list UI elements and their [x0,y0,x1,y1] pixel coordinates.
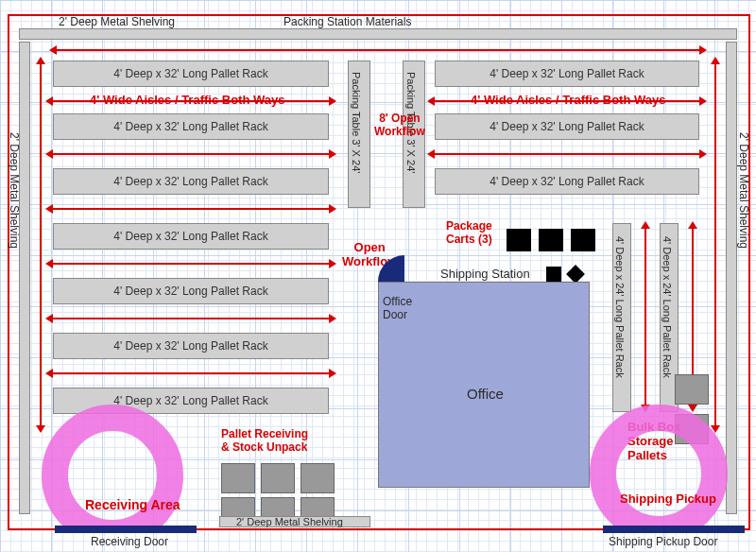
rec-pallet-3 [301,463,335,493]
rack-l3: 4' Deep x 32' Long Pallet Rack [53,168,329,195]
receiving-area: Receiving Area [85,497,180,512]
shipping-circle [590,405,728,543]
bottom-shelf-label: 2' Deep Metal Shelving [236,516,343,527]
shipping-door [603,526,745,533]
rack-l1: 4' Deep x 32' Long Pallet Rack [53,60,329,87]
cart-3 [571,229,595,251]
rec-pallet-2 [261,463,295,493]
open-workflow-1: 8' Open Workflow [374,112,425,138]
rack-l4: 4' Deep x 32' Long Pallet Rack [53,223,329,250]
aisle-l: 4' Wide Aisles / Traffic Both Ways [90,93,284,107]
bulk-pallet-1 [675,374,709,405]
left-shelf [19,42,30,514]
aisle-arrow-l4 [53,263,329,265]
warehouse-floor-plan: 2' Deep Metal Shelving Packing Station M… [0,0,756,552]
rack-r3: 4' Deep x 32' Long Pallet Rack [435,168,699,195]
vrack-1-label: 4' Deep x 24' Long Pallet Rack [614,236,626,378]
shipping-station-label: Shipping Station [440,267,530,281]
shipping-pickup: Shipping Pickup [620,492,716,506]
rack-l2: 4' Deep x 32' Long Pallet Rack [53,113,329,140]
left-arrow [40,64,42,425]
top-arrow [57,49,699,51]
receiving-door-label: Receiving Door [91,535,168,548]
aisle-arrow-r2 [435,153,699,155]
rec-pallet-1 [221,463,255,493]
pallet-receiving-label: Pallet Receiving & Stock Unpack [221,427,308,454]
right-arrow [714,64,716,425]
aisle-r: 4' Wide Aisles / Traffic Both Ways [471,93,665,107]
cart-1 [507,229,531,251]
rack-l5: 4' Deep x 32' Long Pallet Rack [53,278,329,304]
rack-r2: 4' Deep x 32' Long Pallet Rack [435,113,699,140]
top-shelf [19,28,737,40]
vrack-arrow-1 [644,229,646,405]
shipping-door-label: Shipping Pickup Door [609,535,717,548]
ship-diamond [566,265,585,284]
aisle-arrow-l5 [53,318,329,319]
cart-2 [539,229,563,251]
office-door-label: Office Door [383,295,412,321]
packing-materials-label: Packing Station Materials [284,15,411,28]
rack-r1: 4' Deep x 32' Long Pallet Rack [435,60,699,87]
aisle-arrow-l6 [53,372,329,374]
vrack-2-label: 4' Deep x 24' Long Pallet Rack [662,236,673,378]
ship-box [546,267,561,282]
office-label: Office [467,386,504,402]
top-shelf-label: 2' Deep Metal Shelving [59,15,175,28]
aisle-arrow-l3 [53,208,329,210]
package-carts-label: Package Carts (3) [446,219,492,246]
pt1-label: Packing Table 3' X 24' [351,72,362,173]
rack-l6: 4' Deep x 32' Long Pallet Rack [53,333,329,359]
right-shelf [726,42,737,514]
receiving-door [55,526,197,533]
aisle-arrow-l2 [53,153,329,155]
right-shelf-label: 2' Deep Metal Shelving [737,132,750,249]
